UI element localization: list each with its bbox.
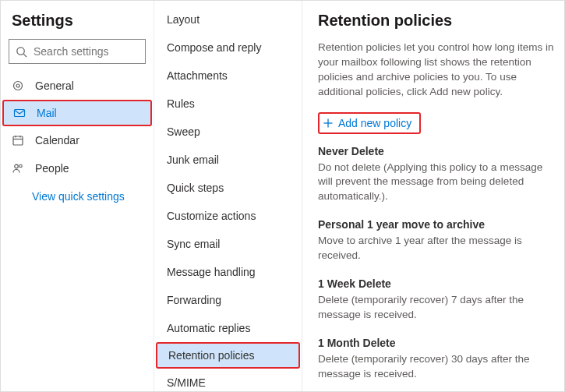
nav-label: Mail — [37, 107, 57, 119]
sub-retention-policies[interactable]: Retention policies — [156, 342, 300, 369]
nav-label: People — [35, 162, 69, 175]
policy-title: Personal 1 year move to archive — [318, 218, 560, 231]
svg-point-10 — [19, 164, 22, 167]
sub-attachments[interactable]: Attachments — [154, 62, 302, 90]
policy-item[interactable]: Personal 1 year move to archive Move to … — [318, 218, 564, 263]
search-icon — [16, 46, 27, 58]
mail-settings-list: Layout Compose and reply Attachments Rul… — [154, 1, 302, 391]
sub-rules[interactable]: Rules — [154, 90, 302, 118]
svg-line-1 — [23, 54, 26, 57]
policy-title: 1 Month Delete — [318, 337, 560, 349]
policy-desc: Do not delete (Applying this policy to a… — [318, 161, 560, 205]
main-content: Retention policies Retention policies le… — [302, 1, 564, 391]
policy-title: 1 Week Delete — [318, 277, 560, 290]
calendar-icon — [12, 134, 27, 147]
nav-people[interactable]: People — [1, 154, 154, 182]
sub-message-handling[interactable]: Message handling — [154, 258, 302, 286]
sub-compose-reply[interactable]: Compose and reply — [154, 34, 302, 62]
sub-sweep[interactable]: Sweep — [154, 118, 302, 146]
nav-mail[interactable]: Mail — [2, 100, 152, 126]
sub-sync-email[interactable]: Sync email — [154, 230, 302, 258]
svg-point-2 — [14, 82, 23, 90]
sub-quick-steps[interactable]: Quick steps — [154, 174, 302, 202]
policy-desc: Delete (temporarily recover) 30 days aft… — [318, 352, 560, 382]
svg-point-0 — [17, 47, 24, 54]
page-title: Retention policies — [318, 12, 564, 30]
svg-point-9 — [15, 164, 19, 168]
nav-label: Calendar — [35, 134, 79, 147]
policy-title: Never Delete — [318, 145, 560, 157]
sub-forwarding[interactable]: Forwarding — [154, 286, 302, 314]
view-quick-settings-link[interactable]: View quick settings — [1, 182, 154, 203]
policy-item[interactable]: 1 Week Delete Delete (temporarily recove… — [318, 277, 564, 323]
svg-rect-5 — [13, 136, 23, 145]
gear-icon — [12, 79, 27, 92]
sub-layout[interactable]: Layout — [154, 5, 302, 34]
svg-point-3 — [16, 84, 19, 87]
plus-icon — [323, 118, 334, 129]
sub-customize-actions[interactable]: Customize actions — [154, 202, 302, 230]
nav-general[interactable]: General — [1, 72, 154, 100]
search-input[interactable] — [34, 45, 139, 58]
settings-title: Settings — [1, 9, 154, 39]
policy-item[interactable]: Never Delete Do not delete (Applying thi… — [318, 145, 564, 205]
policy-item[interactable]: 1 Month Delete Delete (temporarily recov… — [318, 337, 564, 382]
mail-icon — [13, 107, 29, 119]
sub-automatic-replies[interactable]: Automatic replies — [154, 314, 302, 342]
intro-text: Retention policies let you control how l… — [318, 41, 564, 100]
sub-junk-email[interactable]: Junk email — [154, 146, 302, 174]
sub-smime[interactable]: S/MIME — [154, 369, 302, 391]
policy-desc: Move to archive 1 year after the message… — [318, 234, 560, 263]
search-settings[interactable] — [9, 39, 146, 64]
settings-layout: Settings General Mail Calendar — [1, 1, 564, 391]
add-new-policy-button[interactable]: Add new policy — [318, 112, 421, 134]
add-policy-label: Add new policy — [338, 117, 411, 129]
policy-desc: Delete (temporarily recover) 7 days afte… — [318, 293, 560, 323]
nav-calendar[interactable]: Calendar — [1, 126, 154, 154]
people-icon — [12, 162, 27, 175]
nav-label: General — [35, 79, 74, 92]
settings-sidebar: Settings General Mail Calendar — [1, 1, 154, 391]
